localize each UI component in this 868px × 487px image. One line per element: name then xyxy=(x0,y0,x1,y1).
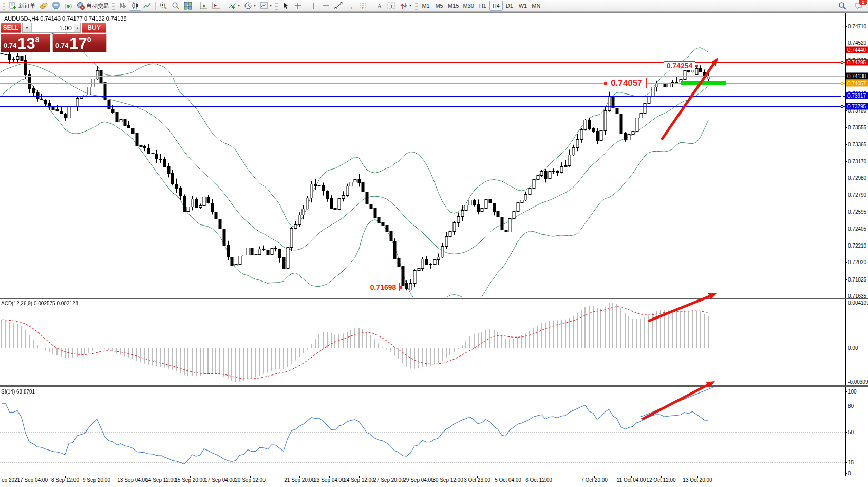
auto-scroll-button[interactable] xyxy=(198,1,210,11)
time-axis-label: 24 Sep 12:00 xyxy=(344,477,374,483)
line-anchor-handle[interactable] xyxy=(841,82,843,85)
panel-separator[interactable] xyxy=(0,297,868,297)
resistance-line-0.74440[interactable] xyxy=(0,50,845,50)
resistance-line-0.74295[interactable] xyxy=(0,62,845,63)
toolbar: 新订单 自动交易 xyxy=(0,0,868,12)
line-anchor-handle[interactable] xyxy=(841,49,843,51)
line-chart-mode-button[interactable] xyxy=(141,1,154,11)
text-icon: A xyxy=(375,2,383,10)
panel-separator[interactable] xyxy=(0,298,868,299)
tile-windows-button[interactable] xyxy=(182,1,194,11)
zoom-out-button[interactable] xyxy=(169,1,182,11)
price-axis-tick: 0.73170 xyxy=(848,159,866,164)
time-axis-label: 3 Oct 23:00 xyxy=(464,477,490,483)
new-order-button[interactable]: 新订单 xyxy=(7,1,37,11)
panel-separator[interactable] xyxy=(0,385,868,386)
virtual-hosting-button[interactable] xyxy=(50,1,62,11)
annotation-anchor-handle[interactable] xyxy=(695,65,698,67)
time-axis-label: 17 Sep 04:00 xyxy=(204,477,235,483)
candlestick-mode-button[interactable] xyxy=(129,1,141,11)
chevron-down-icon: ▾ xyxy=(409,4,411,8)
equidistant-channel-icon: E xyxy=(347,2,355,10)
price-axis-tick: 0.72405 xyxy=(848,226,866,232)
timeframe-M5[interactable]: M5 xyxy=(432,1,446,11)
support-line-0.73795[interactable] xyxy=(0,106,845,107)
main-chart-canvas[interactable] xyxy=(0,13,845,297)
bar-chart-mode-button[interactable] xyxy=(117,1,129,11)
timeframe-W1[interactable]: W1 xyxy=(516,1,530,11)
timeframe-H4[interactable]: H4 xyxy=(489,1,503,11)
timeframe-M30[interactable]: M30 xyxy=(461,1,476,11)
line-chart-icon xyxy=(143,2,152,10)
rsi-panel-canvas[interactable] xyxy=(0,387,845,476)
svg-text:E: E xyxy=(351,6,354,10)
timeframe-bar: M1M5M15M30H1H4D1W1MN xyxy=(419,1,543,11)
chevron-down-icon: ▾ xyxy=(238,4,240,8)
price-line-label: 0.74440 xyxy=(846,47,868,53)
chart-title: AUDUSD-,H4 0.74143 0.74177 0.74132 0.741… xyxy=(4,15,127,22)
trendline-tool-button[interactable] xyxy=(332,1,345,11)
crosshair-icon xyxy=(294,2,302,10)
price-annotation[interactable]: 0.71698 xyxy=(367,283,400,291)
volume-input[interactable]: 1.00 xyxy=(32,23,74,32)
chevron-down-icon: ▾ xyxy=(270,4,272,8)
search-button[interactable] xyxy=(836,1,848,11)
timeframe-MN[interactable]: MN xyxy=(530,1,543,11)
horizontal-line-tool-button[interactable] xyxy=(320,1,332,11)
templates-button[interactable]: ▾ xyxy=(258,1,274,11)
timeframe-M1[interactable]: M1 xyxy=(419,1,432,11)
line-anchor-handle[interactable] xyxy=(841,105,843,108)
toolbar-grip xyxy=(112,2,115,10)
fibonacci-tool-button[interactable]: F xyxy=(357,1,369,11)
sell-button[interactable]: SELL xyxy=(1,23,21,33)
time-axis-label: 14 Sep 12:00 xyxy=(145,477,176,483)
green-support-zone[interactable] xyxy=(681,81,726,85)
volume-increase-button[interactable]: ▲ xyxy=(74,23,80,32)
arrows-tool-button[interactable]: ▾ xyxy=(398,1,413,11)
panel-separator[interactable] xyxy=(0,386,868,387)
cursor-icon xyxy=(281,2,290,10)
buy-price-display[interactable]: 0.74170 xyxy=(52,34,107,52)
chart-shift-button[interactable] xyxy=(210,1,222,11)
crosshair-button[interactable] xyxy=(292,1,304,11)
rsi-axis-tick: 80 xyxy=(848,403,854,409)
annotation-anchor-handle[interactable] xyxy=(604,82,607,85)
toolbar-grip xyxy=(275,2,278,10)
annotation-anchor-handle[interactable] xyxy=(400,286,402,289)
timeframe-H1[interactable]: H1 xyxy=(476,1,489,11)
time-axis-label: 13 Oct 20:00 xyxy=(683,477,712,483)
macd-axis-tick: 0.004109 xyxy=(848,300,868,306)
support-line-0.73917[interactable] xyxy=(0,96,845,97)
time-axis-label: 23 Sep 04:00 xyxy=(314,477,345,483)
line-anchor-handle[interactable] xyxy=(841,95,843,97)
text-tool-button[interactable]: A xyxy=(373,1,385,11)
chart-shift-icon xyxy=(212,2,220,10)
time-axis-label: 13 Sep 04:00 xyxy=(117,477,148,483)
vertical-line-tool-button[interactable] xyxy=(308,1,320,11)
zoom-in-button[interactable] xyxy=(157,1,169,11)
line-anchor-handle[interactable] xyxy=(841,61,843,64)
toolbar-grip xyxy=(415,2,418,10)
indicators-button[interactable]: ▾ xyxy=(226,1,242,11)
toolbar-grip xyxy=(3,2,5,10)
add-indicator-icon xyxy=(228,2,236,10)
price-annotation[interactable]: 0.74057 xyxy=(607,78,647,88)
price-annotation[interactable]: 0.74254 xyxy=(664,61,695,70)
text-label-tool-button[interactable]: T xyxy=(385,1,398,11)
cursor-button[interactable] xyxy=(279,1,292,11)
market-button[interactable] xyxy=(37,1,50,11)
volume-decrease-button[interactable]: ▼ xyxy=(23,23,32,32)
signals-button[interactable] xyxy=(62,1,74,11)
buy-button[interactable]: BUY xyxy=(82,23,106,33)
price-line-label: 0.73917 xyxy=(846,92,868,99)
auto-trading-button[interactable]: 自动交易 xyxy=(74,1,111,11)
sell-price-display[interactable]: 0.74138 xyxy=(1,34,50,52)
time-axis-label: 11 Oct 04:00 xyxy=(617,477,646,483)
timeframe-M15[interactable]: M15 xyxy=(446,1,461,11)
timeframe-D1[interactable]: D1 xyxy=(503,1,516,11)
macd-panel-canvas[interactable] xyxy=(0,299,845,385)
channel-tool-button[interactable]: E xyxy=(345,1,357,11)
periods-button[interactable]: ▾ xyxy=(242,1,258,11)
price-axis-tick: 0.74520 xyxy=(848,40,866,46)
toolbar-separator xyxy=(224,2,224,10)
